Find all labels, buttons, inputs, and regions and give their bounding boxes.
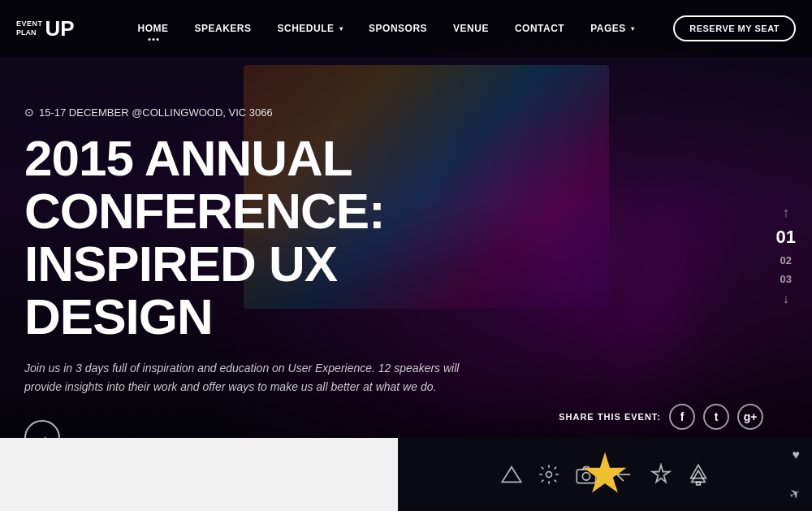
- svg-point-3: [582, 473, 590, 480]
- header: EVENT PLAN UP HOME SPEAKERS SCHEDULE ▾ S…: [0, 0, 812, 57]
- nav-home[interactable]: HOME: [125, 23, 182, 34]
- main-nav: HOME SPEAKERS SCHEDULE ▾ SPONSORS VENUE …: [107, 23, 666, 34]
- bottom-right-panel: ♥ ✈: [398, 438, 812, 511]
- triangle-icon: [500, 463, 523, 486]
- star-icon: [650, 463, 672, 486]
- logo-text-left: EVENT PLAN: [16, 20, 43, 37]
- svg-rect-6: [697, 482, 701, 485]
- svg-marker-0: [502, 467, 520, 483]
- twitter-icon[interactable]: t: [703, 404, 729, 430]
- heart-icon[interactable]: ♥: [793, 448, 801, 462]
- google-plus-icon[interactable]: g+: [737, 404, 763, 430]
- share-label: SHARE THIS EVENT:: [559, 412, 661, 422]
- logo[interactable]: EVENT PLAN UP: [16, 18, 75, 39]
- pages-arrow: ▾: [631, 25, 635, 32]
- nav-pages[interactable]: PAGES ▾: [577, 23, 647, 34]
- share-section: SHARE THIS EVENT: f t g+: [559, 404, 763, 430]
- tree-icon: [687, 463, 710, 486]
- facebook-icon[interactable]: f: [669, 404, 695, 430]
- nav-schedule[interactable]: SCHEDULE ▾: [265, 23, 356, 34]
- nav-speakers[interactable]: SPEAKERS: [182, 23, 265, 34]
- hero-title: 2015 ANNUAL CONFERENCE: INSPIRED UX DESI…: [24, 132, 512, 343]
- svg-point-1: [546, 472, 552, 478]
- pin-icon: ⊙: [24, 106, 34, 119]
- logo-up: UP: [45, 18, 75, 39]
- schedule-arrow: ▾: [339, 25, 343, 32]
- slide-num-3[interactable]: 03: [780, 273, 792, 285]
- nav-home-dots: [148, 38, 158, 41]
- date-location: ⊙ 15-17 DECEMBER @COLLINGWOOD, VIC 3066: [24, 106, 731, 119]
- logo-event: EVENT: [16, 20, 43, 28]
- bottom-strip: ♥ ✈: [0, 438, 812, 511]
- hero-description: Join us in 3 days full of inspiration an…: [24, 359, 463, 396]
- gear-icon: [538, 463, 560, 486]
- logo-plan: PLAN: [16, 28, 43, 37]
- slide-num-2[interactable]: 02: [780, 254, 792, 266]
- nav-contact[interactable]: CONTACT: [502, 23, 577, 34]
- slide-up-arrow[interactable]: ↑: [783, 206, 789, 220]
- nav-venue[interactable]: VENUE: [440, 23, 502, 34]
- reserve-seat-button[interactable]: RESERVE MY SEAT: [673, 15, 796, 41]
- bottom-left-panel: [0, 438, 398, 511]
- nav-sponsors[interactable]: SPONSORS: [356, 23, 440, 34]
- slide-indicators: ↑ 01 02 03 ↓: [776, 206, 796, 306]
- slide-down-arrow[interactable]: ↓: [783, 292, 789, 306]
- slide-num-1[interactable]: 01: [776, 227, 796, 248]
